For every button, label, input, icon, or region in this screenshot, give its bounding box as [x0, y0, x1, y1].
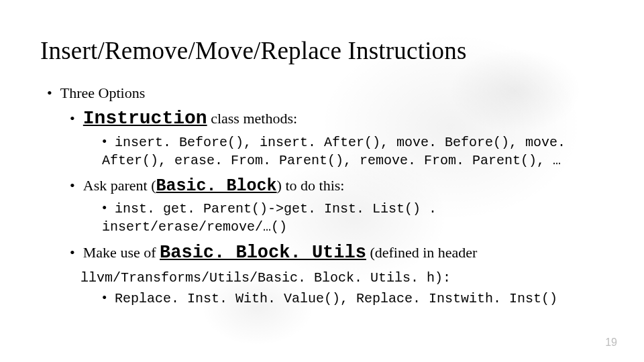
bullet-instruction-methods: •Instruction class methods:: [70, 107, 604, 130]
text-ask-parent-tail: ) to do this:: [277, 177, 345, 194]
code-header-path: llvm/Transforms/Utils/Basic. Block. Util…: [80, 270, 451, 286]
slide: Insert/Remove/Move/Replace Instructions …: [0, 0, 644, 362]
text-make-use-tail: (defined in header: [366, 244, 478, 261]
bullet-dot-icon: •: [102, 289, 115, 306]
bullet-dot-icon: •: [47, 84, 60, 103]
bullet-replace-apis: •Replace. Inst. With. Value(), Replace. …: [102, 289, 604, 307]
text-three-options: Three Options: [60, 84, 145, 101]
code-instruction-class: Instruction: [83, 108, 207, 129]
text-make-use-lead: Make use of: [83, 244, 160, 261]
code-instruction-apis: insert. Before(), insert. After(), move.…: [102, 135, 566, 168]
bullet-dot-icon: •: [102, 199, 115, 217]
text-ask-parent-lead: Ask parent (: [83, 177, 156, 194]
text-class-methods: class methods:: [207, 110, 297, 127]
code-replace-apis: Replace. Inst. With. Value(), Replace. I…: [115, 291, 557, 306]
slide-title: Insert/Remove/Move/Replace Instructions: [40, 36, 604, 65]
page-number: 19: [605, 337, 617, 349]
bullet-dot-icon: •: [70, 109, 83, 128]
bullet-dot-icon: •: [70, 243, 83, 262]
bullet-instruction-list: •insert. Before(), insert. After(), move…: [102, 133, 604, 169]
bullet-dot-icon: •: [70, 176, 83, 195]
bullet-bbutils: •Make use of Basic. Block. Utils (define…: [70, 242, 604, 265]
bullet-ask-parent-code: •inst. get. Parent()->get. Inst. List() …: [102, 199, 604, 235]
slide-body: •Three Options •Instruction class method…: [40, 84, 604, 307]
code-basic-block-utils-class: Basic. Block. Utils: [160, 243, 366, 263]
text-header-path-line: llvm/Transforms/Utils/Basic. Block. Util…: [80, 267, 604, 286]
bullet-three-options: •Three Options: [47, 84, 604, 103]
bullet-ask-parent: •Ask parent (Basic. Block) to do this:: [70, 176, 604, 196]
code-basic-block-class: Basic. Block: [156, 176, 277, 196]
code-get-parent: inst. get. Parent()->get. Inst. List() .…: [102, 201, 437, 235]
bullet-dot-icon: •: [102, 133, 115, 150]
